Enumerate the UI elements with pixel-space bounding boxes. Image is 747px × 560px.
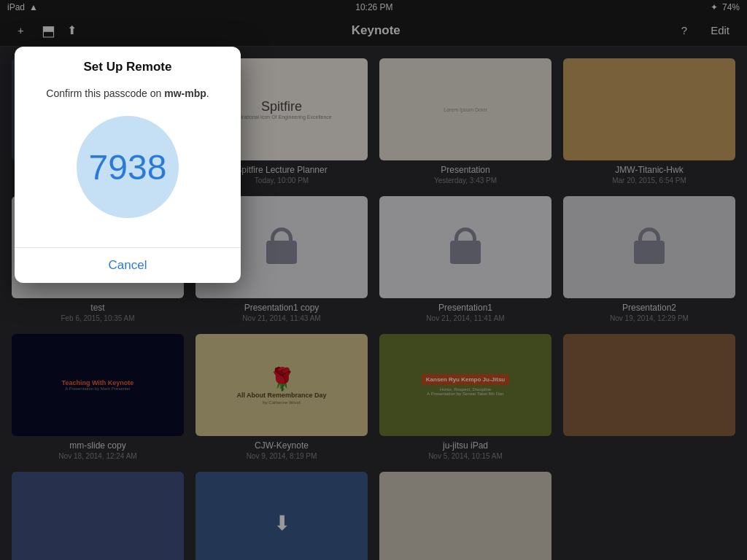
device-name: mw-mbp <box>164 88 206 99</box>
setup-remote-modal: Set Up Remote Confirm this passcode on m… <box>15 47 241 283</box>
modal-title: Set Up Remote <box>15 47 241 80</box>
modal-overlay: Set Up Remote Confirm this passcode on m… <box>0 0 747 560</box>
passcode-display: 7938 <box>89 147 167 187</box>
modal-body: Confirm this passcode on mw-mbp. 7938 <box>15 80 241 247</box>
passcode-circle: 7938 <box>77 116 179 218</box>
modal-description: Confirm this passcode on mw-mbp. <box>32 86 223 101</box>
cancel-button[interactable]: Cancel <box>15 248 241 283</box>
